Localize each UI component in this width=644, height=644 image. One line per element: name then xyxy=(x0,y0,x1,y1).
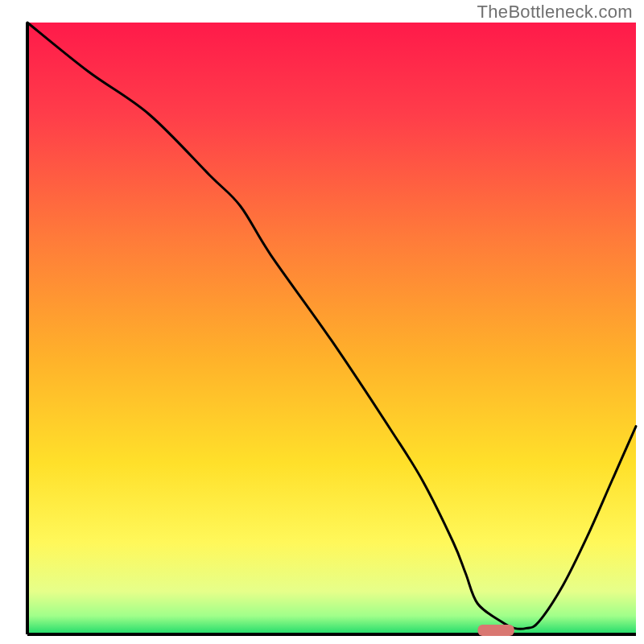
plot-background xyxy=(27,23,636,634)
watermark-text: TheBottleneck.com xyxy=(477,2,633,23)
chart-container: TheBottleneck.com xyxy=(0,0,644,644)
chart-svg xyxy=(0,0,644,644)
optimal-marker xyxy=(477,625,514,636)
